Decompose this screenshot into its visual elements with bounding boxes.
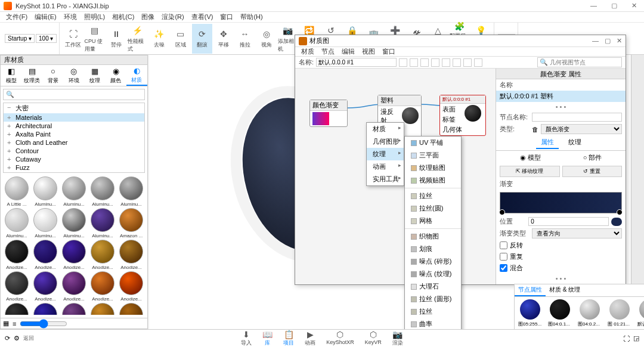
lib-tab-2[interactable]: ○背景 bbox=[42, 65, 63, 86]
material-thumbnail[interactable]: Anodize... bbox=[32, 240, 59, 270]
material-thumbnail[interactable]: Anodize... bbox=[117, 240, 145, 270]
mg-tool-8[interactable] bbox=[474, 58, 482, 67]
menu-view[interactable]: 查看(V) bbox=[188, 13, 217, 21]
material-category-tree[interactable]: 大密MaterialsArchitecturalAxalta PaintClot… bbox=[3, 103, 145, 173]
reverse-checkbox[interactable] bbox=[500, 241, 507, 249]
ctx-texture-item[interactable]: 大理石 bbox=[405, 280, 461, 293]
mg-name-input[interactable] bbox=[316, 58, 397, 67]
mg-menu-material[interactable]: 材质 bbox=[298, 47, 318, 56]
menu-lighting[interactable]: 照明(L) bbox=[80, 13, 109, 21]
material-thumbnail[interactable]: Aluminu... bbox=[60, 208, 88, 238]
ctx-texture-item[interactable]: 噪点 (碎形) bbox=[405, 255, 461, 268]
material-thumbnail[interactable]: Aluminu... bbox=[3, 208, 30, 238]
menu-render[interactable]: 渲染(R) bbox=[158, 13, 187, 21]
mg-tool-5[interactable] bbox=[442, 58, 450, 67]
toolbar-btn-9[interactable]: ◎视角 bbox=[256, 24, 277, 54]
ctx-texture-item[interactable]: 拉丝 bbox=[405, 305, 461, 318]
menu-file[interactable]: 文件(F) bbox=[2, 13, 31, 21]
blend-checkbox[interactable] bbox=[500, 264, 507, 272]
material-thumbnail[interactable]: Anodize... bbox=[60, 303, 88, 315]
type-select[interactable]: 颜色渐变 bbox=[541, 124, 622, 134]
ctx-item[interactable]: 材质 bbox=[367, 123, 404, 135]
context-menu-primary[interactable]: 材质几何图形纹理动画实用工具 bbox=[366, 122, 404, 186]
win-max-button[interactable]: ▢ bbox=[608, 2, 621, 10]
material-thumbnail[interactable]: Anodize... bbox=[89, 271, 116, 302]
ctx-texture-item[interactable]: 视频贴图 bbox=[405, 174, 461, 187]
toolbar-btn-0[interactable]: ⛶工作区 bbox=[63, 24, 83, 54]
ctx-texture-item[interactable]: 拉丝 bbox=[405, 190, 461, 202]
ctx-texture-item[interactable]: UV 平铺 bbox=[405, 137, 461, 149]
settings-icon[interactable]: ⚙ bbox=[14, 334, 20, 342]
position-input[interactable] bbox=[528, 217, 609, 226]
lib-tab-3[interactable]: ◎环境 bbox=[63, 65, 84, 86]
scene-material-thumb[interactable]: 默认.0:0:0 #5 bbox=[637, 299, 644, 327]
mg-menu-window[interactable]: 窗口 bbox=[379, 47, 399, 56]
menu-window[interactable]: 窗口 bbox=[216, 13, 237, 21]
toolbar-btn-4[interactable]: ✨去噪 bbox=[149, 24, 169, 54]
menu-environment[interactable]: 环境 bbox=[60, 13, 80, 21]
material-thumbnail[interactable]: Anodize... bbox=[89, 240, 116, 270]
ctx-texture-item[interactable]: 拉丝(圆) bbox=[405, 202, 461, 215]
tab-texture[interactable]: 纹理 bbox=[564, 137, 586, 149]
tree-node[interactable]: Fuzz bbox=[4, 163, 144, 172]
material-thumbnail[interactable]: Anodize... bbox=[3, 240, 30, 270]
mg-min-button[interactable]: — bbox=[592, 37, 599, 45]
lib-tab-4[interactable]: ▦纹理 bbox=[85, 65, 106, 86]
workspace-dropdown[interactable]: Startup ▾ bbox=[5, 34, 35, 43]
bottombar-btn-动画[interactable]: ▶动画 bbox=[305, 330, 315, 347]
color-swatch[interactable] bbox=[611, 218, 622, 226]
lib-tab-5[interactable]: ◉颜色 bbox=[106, 65, 126, 86]
list-view-icon[interactable]: ≡ bbox=[13, 320, 16, 327]
selected-material-row[interactable]: 默认.0:0:0 #1 塑料 bbox=[496, 91, 626, 102]
mg-close-button[interactable]: ✕ bbox=[617, 37, 622, 45]
material-thumbnail[interactable]: Aluminu... bbox=[32, 176, 59, 207]
toolbar-btn-5[interactable]: ▭区域 bbox=[171, 24, 191, 54]
mg-search-input[interactable] bbox=[548, 58, 620, 66]
samples-dropdown[interactable]: 100 ▾ bbox=[36, 34, 56, 43]
tab-attributes[interactable]: 属性 bbox=[536, 137, 559, 149]
menu-help[interactable]: 帮助(H) bbox=[237, 13, 266, 21]
ctx-texture-item[interactable]: 纹理贴图 bbox=[405, 162, 461, 174]
win-close-button[interactable]: ✕ bbox=[628, 2, 640, 10]
toolbar-btn-8[interactable]: ↔推拉 bbox=[235, 24, 255, 54]
bottombar-btn-导入[interactable]: ⬇导入 bbox=[241, 330, 252, 347]
material-thumbnail[interactable]: Anodize... bbox=[89, 303, 116, 315]
material-thumbnail[interactable]: Aluminu... bbox=[89, 208, 116, 238]
thumbnail-size-slider[interactable] bbox=[20, 319, 67, 329]
lib-tab-1[interactable]: ▤纹理类 bbox=[21, 65, 42, 86]
material-thumbnail[interactable]: Amazon ... bbox=[117, 208, 145, 238]
tree-node[interactable]: 大密 bbox=[4, 103, 144, 113]
mg-tool-1[interactable] bbox=[399, 58, 407, 67]
win-min-button[interactable]: — bbox=[587, 2, 600, 10]
toolbar-btn-7[interactable]: ✥平移 bbox=[213, 24, 234, 54]
gradtype-select[interactable]: 查看方向 bbox=[532, 228, 622, 238]
toolbar-btn-1[interactable]: ▤CPU 使用量 bbox=[85, 24, 105, 54]
mg-tool-3[interactable] bbox=[420, 58, 429, 67]
tree-node[interactable]: Cutaway bbox=[4, 155, 144, 163]
bottombar-btn-KeyVR[interactable]: ⬡KeyVR bbox=[365, 330, 382, 347]
mg-max-button[interactable]: ▢ bbox=[605, 37, 611, 45]
ctx-texture-item[interactable]: 拉丝 (圆形) bbox=[405, 293, 461, 305]
material-thumbnail[interactable]: Anodize... bbox=[117, 271, 145, 302]
fullscreen-icon[interactable]: ⛶ bbox=[623, 335, 630, 342]
material-thumbnail[interactable]: Anodize... bbox=[117, 303, 145, 315]
material-thumbnail[interactable]: Anodize... bbox=[32, 303, 59, 315]
grid-view-icon[interactable]: ▦ bbox=[3, 320, 9, 327]
tree-node[interactable]: Materials bbox=[4, 113, 144, 122]
toolbar-btn-3[interactable]: ⚡性能模式 bbox=[128, 24, 148, 54]
strip-tab-mattex[interactable]: 材质 & 纹理 bbox=[546, 284, 584, 296]
ctx-item[interactable]: 纹理 bbox=[367, 148, 404, 160]
context-menu-textures[interactable]: UV 平铺三平面纹理贴图视频贴图拉丝拉丝(圆)网格织物图划痕噪点 (碎形)噪点 … bbox=[404, 136, 462, 347]
ctx-item[interactable]: 动画 bbox=[367, 160, 404, 173]
nodename-input[interactable] bbox=[532, 113, 622, 122]
scene-material-thumb[interactable]: 图04:0.1... bbox=[548, 299, 572, 327]
material-thumbnail[interactable]: Aluminu... bbox=[60, 176, 88, 207]
menu-camera[interactable]: 相机(C) bbox=[109, 13, 138, 21]
ctx-texture-item[interactable]: 划痕 bbox=[405, 243, 461, 255]
ctx-texture-item[interactable]: 噪点 (纹理) bbox=[405, 268, 461, 280]
material-thumbnail[interactable]: Anodize... bbox=[3, 271, 30, 302]
scene-material-thumb[interactable]: 图04:0.2... bbox=[578, 299, 602, 327]
library-search-input[interactable] bbox=[14, 91, 142, 98]
material-thumbnail[interactable]: Anodize... bbox=[60, 240, 88, 270]
ctx-item[interactable]: 实用工具 bbox=[367, 173, 404, 185]
